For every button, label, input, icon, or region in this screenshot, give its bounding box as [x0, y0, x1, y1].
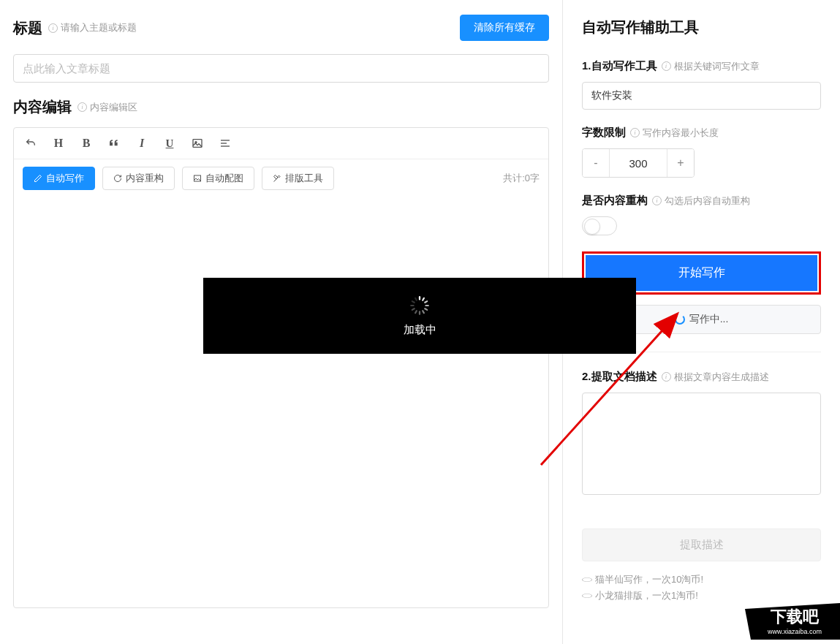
tools-icon — [273, 174, 281, 183]
info-icon: i — [77, 102, 87, 112]
svg-rect-15 — [410, 304, 415, 306]
title-section-hint: i 请输入主题或标题 — [48, 21, 137, 34]
word-limit-stepper: - + — [582, 148, 695, 178]
word-limit-hint-text: 写作内容最小长度 — [643, 126, 719, 140]
article-title-input[interactable] — [13, 54, 549, 83]
svg-rect-13 — [415, 309, 418, 314]
info-icon: i — [630, 128, 640, 137]
increment-button[interactable]: + — [667, 149, 694, 177]
svg-rect-8 — [424, 300, 428, 303]
tool1-hint: i 根据关键词写作文章 — [662, 60, 760, 73]
restructure-toggle-label: 是否内容重构 — [582, 194, 648, 208]
edit-section-hint: i 内容编辑区 — [77, 101, 137, 114]
price-note-1: 猫半仙写作，一次10淘币! — [582, 573, 821, 586]
picture-icon — [193, 174, 202, 183]
pencil-icon — [34, 174, 42, 183]
restructure-button[interactable]: 内容重构 — [102, 167, 175, 190]
decrement-button[interactable]: - — [583, 149, 609, 177]
edit-section-label: 内容编辑 — [13, 97, 72, 117]
tool2-hint: i 根据文章内容生成描述 — [662, 371, 769, 384]
assistant-panel-title: 自动写作辅助工具 — [582, 18, 821, 37]
restructure-toggle-hint-text: 勾选后内容自动重构 — [665, 194, 750, 208]
svg-rect-14 — [411, 307, 415, 311]
loading-spinner-icon — [409, 295, 430, 316]
restructure-label: 内容重构 — [126, 172, 164, 185]
auto-image-button[interactable]: 自动配图 — [182, 167, 254, 190]
underline-icon[interactable]: U — [162, 135, 178, 151]
svg-rect-6 — [419, 296, 420, 300]
auto-write-button[interactable]: 自动写作 — [23, 167, 95, 190]
layout-tool-button[interactable]: 排版工具 — [262, 167, 334, 190]
restructure-toggle-hint: i 勾选后内容自动重构 — [652, 194, 750, 208]
title-section-label: 标题 — [13, 18, 42, 38]
info-icon: i — [662, 372, 671, 382]
description-textarea[interactable] — [582, 393, 821, 495]
info-icon: i — [652, 196, 662, 205]
keyword-input[interactable] — [582, 82, 821, 110]
info-icon: i — [48, 23, 58, 33]
coin-icon — [582, 577, 592, 582]
heading-icon[interactable]: H — [50, 135, 67, 151]
clear-cache-button[interactable]: 清除所有缓存 — [460, 15, 549, 41]
undo-icon[interactable] — [23, 135, 39, 151]
loading-text: 加载中 — [404, 323, 436, 337]
italic-icon[interactable]: I — [134, 135, 150, 151]
restructure-toggle[interactable] — [582, 216, 617, 235]
align-icon[interactable] — [217, 135, 233, 151]
tool1-label: 1.自动写作工具 — [582, 59, 657, 73]
loading-toast: 加载中 — [203, 278, 636, 354]
word-limit-input[interactable] — [609, 149, 667, 177]
editor-textarea[interactable] — [14, 198, 548, 607]
price-note-2: 小龙猫排版，一次1淘币! — [582, 589, 821, 602]
word-limit-label: 字数限制 — [582, 126, 626, 140]
svg-rect-7 — [422, 297, 425, 301]
image-icon[interactable] — [189, 135, 205, 151]
quote-icon[interactable] — [106, 135, 122, 151]
tool2-label: 2.提取文档描述 — [582, 370, 657, 384]
word-limit-hint: i 写作内容最小长度 — [630, 126, 719, 140]
editor-container: H B I U 自动写作 — [13, 127, 549, 608]
tool1-hint-text: 根据关键词写作文章 — [674, 60, 760, 73]
loading-spinner-icon — [675, 314, 685, 325]
auto-write-label: 自动写作 — [46, 172, 84, 185]
auto-image-label: 自动配图 — [205, 172, 243, 185]
svg-rect-16 — [411, 300, 415, 303]
word-count: 共计:0字 — [503, 172, 540, 185]
edit-hint-text: 内容编辑区 — [90, 101, 137, 114]
refresh-icon — [113, 174, 122, 183]
bold-icon[interactable]: B — [78, 135, 94, 151]
svg-rect-9 — [425, 304, 429, 306]
svg-rect-17 — [415, 297, 418, 301]
info-icon: i — [662, 61, 671, 71]
svg-rect-12 — [419, 311, 420, 315]
writing-status-label: 写作中... — [689, 313, 729, 326]
title-hint-text: 请输入主题或标题 — [61, 21, 137, 34]
extract-description-button[interactable]: 提取描述 — [582, 529, 821, 561]
layout-tool-label: 排版工具 — [285, 172, 323, 185]
svg-rect-10 — [424, 307, 428, 311]
coin-icon — [582, 594, 592, 598]
tool2-hint-text: 根据文章内容生成描述 — [674, 371, 769, 384]
svg-rect-11 — [422, 309, 425, 314]
